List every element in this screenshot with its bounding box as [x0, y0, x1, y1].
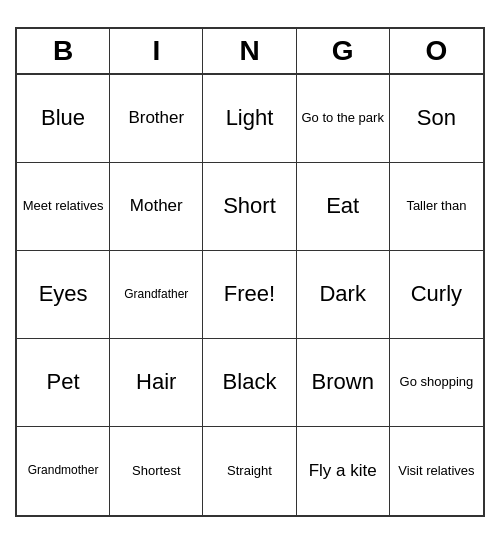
header-letter-G: G	[297, 29, 390, 73]
header-letter-N: N	[203, 29, 296, 73]
cell-10: Eyes	[17, 251, 110, 339]
cell-5: Meet relatives	[17, 163, 110, 251]
cell-24: Visit relatives	[390, 427, 483, 515]
cell-19: Go shopping	[390, 339, 483, 427]
header-letter-B: B	[17, 29, 110, 73]
cell-13: Dark	[297, 251, 390, 339]
cell-4: Son	[390, 75, 483, 163]
cell-14: Curly	[390, 251, 483, 339]
cell-6: Mother	[110, 163, 203, 251]
cell-3: Go to the park	[297, 75, 390, 163]
bingo-grid: BlueBrotherLightGo to the parkSonMeet re…	[17, 75, 483, 515]
header-row: BINGO	[17, 29, 483, 75]
header-letter-I: I	[110, 29, 203, 73]
cell-22: Straight	[203, 427, 296, 515]
cell-18: Brown	[297, 339, 390, 427]
cell-21: Shortest	[110, 427, 203, 515]
header-letter-O: O	[390, 29, 483, 73]
cell-20: Grandmother	[17, 427, 110, 515]
cell-16: Hair	[110, 339, 203, 427]
bingo-card: BINGO BlueBrotherLightGo to the parkSonM…	[15, 27, 485, 517]
cell-11: Grandfather	[110, 251, 203, 339]
cell-12: Free!	[203, 251, 296, 339]
cell-23: Fly a kite	[297, 427, 390, 515]
cell-9: Taller than	[390, 163, 483, 251]
cell-0: Blue	[17, 75, 110, 163]
cell-1: Brother	[110, 75, 203, 163]
cell-17: Black	[203, 339, 296, 427]
cell-7: Short	[203, 163, 296, 251]
cell-15: Pet	[17, 339, 110, 427]
cell-2: Light	[203, 75, 296, 163]
cell-8: Eat	[297, 163, 390, 251]
